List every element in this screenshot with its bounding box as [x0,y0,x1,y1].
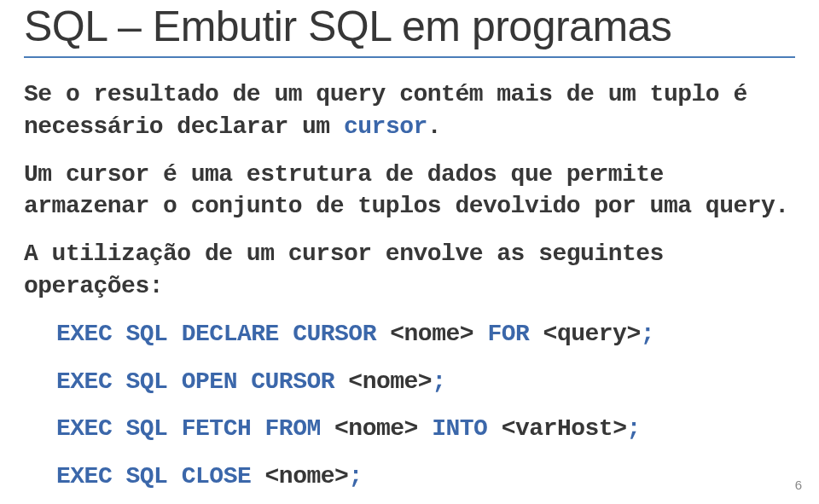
slide-title: SQL – Embutir SQL em programas [24,0,795,58]
operations-block: EXEC SQL DECLARE CURSOR <nome> FOR <quer… [56,318,795,493]
keyword: INTO [418,415,502,442]
op-declare: EXEC SQL DECLARE CURSOR <nome> FOR <quer… [56,318,795,350]
placeholder: <nome> [348,368,432,395]
slide-body: Se o resultado de um query contém mais d… [24,78,795,493]
keyword: EXEC SQL CLOSE [56,463,265,490]
op-fetch: EXEC SQL FETCH FROM <nome> INTO <varHost… [56,413,795,445]
keyword: EXEC SQL OPEN CURSOR [56,368,348,395]
op-close: EXEC SQL CLOSE <nome>; [56,461,795,493]
keyword: FOR [473,321,543,347]
paragraph-1: Se o resultado de um query contém mais d… [24,78,795,143]
placeholder: <query> [543,321,641,347]
page-number: 6 [795,478,802,492]
punct: ; [348,463,362,490]
op-open: EXEC SQL OPEN CURSOR <nome>; [56,366,795,398]
keyword-cursor: cursor [344,113,427,140]
placeholder: <nome> [334,415,418,442]
placeholder: <varHost> [502,415,627,442]
placeholder: <nome> [390,321,473,347]
punct: ; [432,368,445,395]
placeholder: <nome> [265,463,349,490]
paragraph-3: A utilização de um cursor envolve as seg… [24,238,795,303]
paragraph-2: Um cursor é uma estrutura de dados que p… [24,159,795,223]
text: . [427,113,441,140]
punct: ; [641,321,654,347]
keyword: EXEC SQL FETCH FROM [56,415,334,442]
slide: SQL – Embutir SQL em programas Se o resu… [0,0,819,504]
keyword: EXEC SQL DECLARE CURSOR [56,321,390,347]
punct: ; [626,415,640,442]
